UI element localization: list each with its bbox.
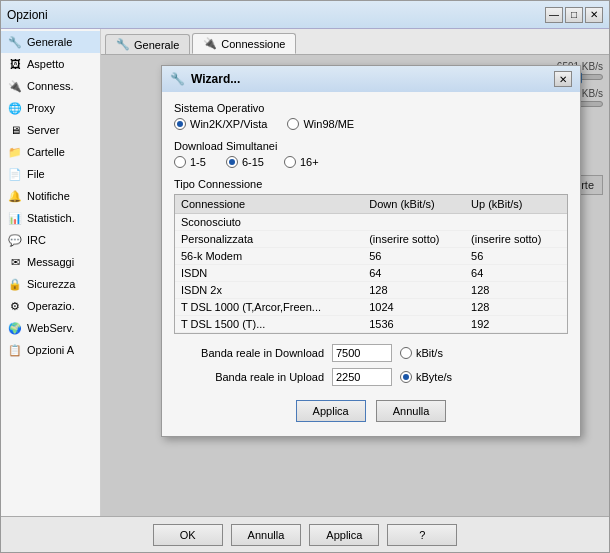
tab-connessione[interactable]: 🔌 Connessione xyxy=(192,33,296,54)
dialog-annulla-button[interactable]: Annulla xyxy=(376,400,447,422)
download-simultanei-group: 1-5 6-15 16+ xyxy=(174,156,568,168)
dialog-title-text: Wizard... xyxy=(191,72,240,86)
table-cell-down: 64 xyxy=(363,265,465,282)
title-bar: Opzioni — □ ✕ xyxy=(1,1,609,29)
tab-generale-label: Generale xyxy=(134,39,179,51)
sidebar-item-webserv[interactable]: 🌍 WebServ. xyxy=(1,317,100,339)
table-row[interactable]: 56-k Modem5656 xyxy=(175,248,567,265)
sidebar-item-messaggi[interactable]: ✉ Messaggi xyxy=(1,251,100,273)
tipo-connessione-box: Connessione Down (kBit/s) Up (kBit/s) Sc… xyxy=(174,194,568,334)
table-row[interactable]: ISDN 2x128128 xyxy=(175,282,567,299)
radio-win98[interactable]: Win98/ME xyxy=(287,118,354,130)
bandwidth-download-input[interactable] xyxy=(332,344,392,362)
table-row[interactable]: ISDN6464 xyxy=(175,265,567,282)
table-cell-conn: T DSL 1500 (T)... xyxy=(175,316,363,333)
sidebar-label-webserv: WebServ. xyxy=(27,322,74,334)
table-cell-up: 128 xyxy=(465,282,567,299)
radio-win98-circle xyxy=(287,118,299,130)
sidebar-item-statistiche[interactable]: 📊 Statistich. xyxy=(1,207,100,229)
sidebar-label-file: File xyxy=(27,168,45,180)
dialog-wizard-icon: 🔧 xyxy=(170,72,185,86)
applica-button[interactable]: Applica xyxy=(309,524,379,546)
table-cell-up: 128 xyxy=(465,299,567,316)
sidebar-item-cartelle[interactable]: 📁 Cartelle xyxy=(1,141,100,163)
unit-kbytes-u-circle xyxy=(400,371,412,383)
table-row[interactable]: Sconosciuto xyxy=(175,214,567,231)
table-row[interactable]: T DSL 1500 (T)...1536192 xyxy=(175,316,567,333)
sidebar-label-sicurezza: Sicurezza xyxy=(27,278,75,290)
ok-button[interactable]: OK xyxy=(153,524,223,546)
sistema-operativo-label: Sistema Operativo xyxy=(174,102,568,114)
table-cell-up: (inserire sotto) xyxy=(465,231,567,248)
table-row[interactable]: Personalizzata(inserire sotto)(inserire … xyxy=(175,231,567,248)
title-bar-controls: — □ ✕ xyxy=(545,7,603,23)
sidebar-item-opzionia[interactable]: 📋 Opzioni A xyxy=(1,339,100,361)
dialog-close-button[interactable]: ✕ xyxy=(554,71,572,87)
bandwidth-download-row: Banda reale in Download kBit/s xyxy=(174,344,568,362)
panel-content: 6591 KB/s 1757 KB/s Porte xyxy=(101,55,609,516)
radio-dl15-label: 1-5 xyxy=(190,156,206,168)
generale-icon: 🔧 xyxy=(7,34,23,50)
sidebar-item-sicurezza[interactable]: 🔒 Sicurezza xyxy=(1,273,100,295)
content-area: 🔧 Generale 🖼 Aspetto 🔌 Conness. 🌐 Proxy … xyxy=(1,29,609,516)
radio-dl-16plus[interactable]: 16+ xyxy=(284,156,319,168)
notifiche-icon: 🔔 xyxy=(7,188,23,204)
radio-win2k-label: Win2K/XP/Vista xyxy=(190,118,267,130)
dialog-overlay: 🔧 Wizard... ✕ Sistema Operativo xyxy=(101,55,609,516)
sidebar-label-messaggi: Messaggi xyxy=(27,256,74,268)
webserv-icon: 🌍 xyxy=(7,320,23,336)
table-cell-conn: Personalizzata xyxy=(175,231,363,248)
download-simultanei-label: Download Simultanei xyxy=(174,140,568,152)
sidebar-item-connessione[interactable]: 🔌 Conness. xyxy=(1,75,100,97)
bandwidth-download-units: kBit/s xyxy=(400,347,443,359)
bandwidth-upload-input[interactable] xyxy=(332,368,392,386)
tab-bar: 🔧 Generale 🔌 Connessione xyxy=(101,29,609,55)
connection-table-wrapper[interactable]: Connessione Down (kBit/s) Up (kBit/s) Sc… xyxy=(175,195,567,333)
table-cell-down: 1536 xyxy=(363,316,465,333)
opzionia-icon: 📋 xyxy=(7,342,23,358)
col-up: Up (kBit/s) xyxy=(465,195,567,214)
table-cell-conn: ISDN 2x xyxy=(175,282,363,299)
sidebar-item-generale[interactable]: 🔧 Generale xyxy=(1,31,100,53)
radio-dl-6-15[interactable]: 6-15 xyxy=(226,156,264,168)
radio-dl615-circle xyxy=(226,156,238,168)
close-button[interactable]: ✕ xyxy=(585,7,603,23)
server-icon: 🖥 xyxy=(7,122,23,138)
tab-connessione-label: Connessione xyxy=(221,38,285,50)
dialog-buttons: Applica Annulla xyxy=(174,392,568,426)
sidebar-item-irc[interactable]: 💬 IRC xyxy=(1,229,100,251)
sidebar-item-server[interactable]: 🖥 Server xyxy=(1,119,100,141)
sidebar-item-notifiche[interactable]: 🔔 Notifiche xyxy=(1,185,100,207)
radio-win2k[interactable]: Win2K/XP/Vista xyxy=(174,118,267,130)
window-title: Opzioni xyxy=(7,8,48,22)
sidebar-item-file[interactable]: 📄 File xyxy=(1,163,100,185)
sidebar-item-aspetto[interactable]: 🖼 Aspetto xyxy=(1,53,100,75)
statistiche-icon: 📊 xyxy=(7,210,23,226)
help-button[interactable]: ? xyxy=(387,524,457,546)
table-cell-conn: ISDN xyxy=(175,265,363,282)
tab-generale-icon: 🔧 xyxy=(116,38,130,51)
unit-kbytes-upload[interactable]: kByte/s xyxy=(400,371,452,383)
sicurezza-icon: 🔒 xyxy=(7,276,23,292)
sidebar-label-cartelle: Cartelle xyxy=(27,146,65,158)
table-cell-down: 128 xyxy=(363,282,465,299)
proxy-icon: 🌐 xyxy=(7,100,23,116)
bottom-bar: OK Annulla Applica ? xyxy=(1,516,609,552)
annulla-button[interactable]: Annulla xyxy=(231,524,302,546)
radio-dl-1-5[interactable]: 1-5 xyxy=(174,156,206,168)
minimize-button[interactable]: — xyxy=(545,7,563,23)
dialog-applica-button[interactable]: Applica xyxy=(296,400,366,422)
sidebar-label-aspetto: Aspetto xyxy=(27,58,64,70)
sidebar-label-connessione: Conness. xyxy=(27,80,73,92)
dialog-body: Sistema Operativo Win2K/XP/Vista Win98/M… xyxy=(162,92,580,436)
unit-kbits-download[interactable]: kBit/s xyxy=(400,347,443,359)
tab-generale[interactable]: 🔧 Generale xyxy=(105,34,190,54)
sidebar-label-proxy: Proxy xyxy=(27,102,55,114)
table-row[interactable]: T DSL 1000 (T,Arcor,Freen...1024128 xyxy=(175,299,567,316)
main-panel: 🔧 Generale 🔌 Connessione 6591 KB/s xyxy=(101,29,609,516)
maximize-button[interactable]: □ xyxy=(565,7,583,23)
sidebar-item-proxy[interactable]: 🌐 Proxy xyxy=(1,97,100,119)
sidebar-item-operazioni[interactable]: ⚙ Operazio. xyxy=(1,295,100,317)
table-cell-up: 64 xyxy=(465,265,567,282)
table-cell-up: 56 xyxy=(465,248,567,265)
